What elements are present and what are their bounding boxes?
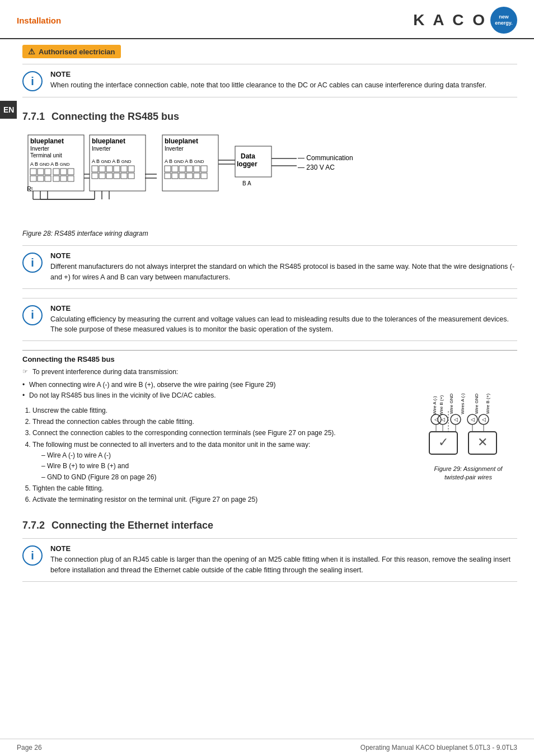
main-content: ⚠ Authorised electrician i NOTE When rou… bbox=[0, 39, 534, 596]
svg-text:logger: logger bbox=[237, 160, 257, 168]
arrow-item: To prevent interference during data tran… bbox=[22, 367, 408, 377]
svg-text:Wire B (+): Wire B (+) bbox=[485, 394, 490, 414]
note-content-3: NOTE Calculating efficiency by measuring… bbox=[50, 304, 517, 335]
note-title-4: NOTE bbox=[50, 544, 517, 553]
svg-rect-27 bbox=[128, 166, 134, 172]
svg-text:Inverter: Inverter bbox=[92, 146, 111, 152]
section-771-number: 7.7.1 bbox=[22, 111, 45, 123]
svg-rect-6 bbox=[38, 169, 44, 175]
figure-28-caption: Figure 28: RS485 interface wiring diagra… bbox=[22, 230, 517, 237]
svg-rect-10 bbox=[68, 169, 74, 175]
svg-text:A B GND A B GND: A B GND A B GND bbox=[30, 161, 70, 167]
numbered-steps: Unscrew the cable fitting. Thread the co… bbox=[22, 405, 408, 506]
note-title-2: NOTE bbox=[50, 251, 517, 260]
note-box-3: i NOTE Calculating efficiency by measuri… bbox=[22, 298, 517, 342]
svg-rect-57 bbox=[172, 173, 178, 179]
note-text-4: The connection plug of an RJ45 cable is … bbox=[50, 554, 517, 576]
sub-item-1: Wire A (-) to wire A (-) bbox=[41, 450, 408, 461]
page-header: Installation K A C O new energy. bbox=[0, 0, 534, 39]
svg-rect-5 bbox=[30, 169, 36, 175]
svg-rect-59 bbox=[186, 173, 193, 179]
svg-text:Wire GND: Wire GND bbox=[449, 394, 454, 414]
connecting-left: To prevent interference during data tran… bbox=[22, 367, 408, 507]
svg-rect-51 bbox=[172, 166, 178, 172]
warning-icon: ⚠ bbox=[28, 47, 35, 56]
svg-text:◁: ◁ bbox=[434, 417, 438, 422]
svg-rect-22 bbox=[92, 166, 98, 172]
kaco-logo: K A C O new energy. bbox=[413, 7, 517, 34]
svg-rect-52 bbox=[179, 166, 185, 172]
kaco-logo-circle: new energy. bbox=[490, 7, 517, 34]
step-2: Thread the connection cables through the… bbox=[32, 416, 408, 427]
kaco-text: K A C O bbox=[413, 11, 487, 29]
step-5: Tighten the cable fitting. bbox=[32, 483, 408, 494]
svg-rect-58 bbox=[179, 173, 185, 179]
footer-left: Page 26 bbox=[17, 744, 42, 752]
note-title-1: NOTE bbox=[50, 70, 486, 78]
svg-text:✕: ✕ bbox=[477, 435, 488, 449]
bullet-item-2: Do not lay RS485 bus lines in the vicini… bbox=[22, 390, 408, 401]
auth-electrician-badge: ⚠ Authorised electrician bbox=[22, 45, 121, 58]
svg-rect-61 bbox=[201, 173, 207, 179]
svg-rect-13 bbox=[45, 176, 51, 181]
svg-text:Wire B (+): Wire B (+) bbox=[439, 395, 444, 416]
svg-rect-12 bbox=[38, 176, 44, 181]
svg-rect-60 bbox=[194, 173, 200, 179]
svg-rect-9 bbox=[60, 169, 67, 175]
svg-rect-32 bbox=[121, 173, 127, 179]
svg-rect-54 bbox=[194, 166, 200, 172]
svg-text:Wire GND: Wire GND bbox=[474, 394, 479, 414]
svg-rect-24 bbox=[106, 166, 113, 172]
svg-text:blueplanet: blueplanet bbox=[30, 137, 64, 145]
svg-text:blueplanet: blueplanet bbox=[92, 137, 125, 145]
connecting-rs485-title: Connecting the RS485 bus bbox=[22, 355, 517, 363]
step-3: Connect the connection cables to the cor… bbox=[32, 427, 408, 438]
note-text-1: When routing the interface connection ca… bbox=[50, 80, 486, 91]
svg-text:Data: Data bbox=[241, 152, 255, 160]
svg-rect-25 bbox=[114, 166, 120, 172]
svg-text:— 230 V AC: — 230 V AC bbox=[298, 164, 335, 171]
svg-text:◁: ◁ bbox=[471, 417, 475, 422]
note-text-3: Calculating efficiency by measuring the … bbox=[50, 314, 517, 335]
svg-text:Inverter: Inverter bbox=[165, 146, 184, 152]
svg-rect-31 bbox=[114, 173, 120, 179]
svg-rect-16 bbox=[68, 176, 74, 181]
svg-rect-15 bbox=[60, 176, 67, 181]
wiring-diagram-svg: Wire A (-) Wire B (+) Wire GND Wires A (… bbox=[419, 369, 517, 459]
step-6: Activate the terminating resistor on the… bbox=[32, 494, 408, 505]
svg-text:A B GND A B GND: A B GND A B GND bbox=[92, 158, 132, 164]
section-771-title: Connecting the RS485 bus bbox=[51, 111, 179, 123]
section-772-number: 7.7.2 bbox=[22, 520, 45, 531]
connecting-layout: To prevent interference during data tran… bbox=[22, 367, 517, 507]
bullet-list: When connecting wire A (-) and wire B (+… bbox=[22, 380, 408, 401]
sub-list: Wire A (-) to wire A (-) Wire B (+) to w… bbox=[32, 450, 408, 483]
svg-rect-11 bbox=[30, 176, 36, 181]
logo-sub-text: new energy. bbox=[490, 14, 517, 26]
figure-29-caption: Figure 29: Assignment of twisted-pair wi… bbox=[434, 465, 503, 482]
svg-text:Wire A (-): Wire A (-) bbox=[432, 396, 437, 415]
svg-rect-55 bbox=[201, 166, 207, 172]
note-box-1: i NOTE When routing the interface connec… bbox=[22, 64, 517, 97]
connecting-rs485-section: Connecting the RS485 bus To prevent inte… bbox=[22, 350, 517, 507]
note-title-3: NOTE bbox=[50, 304, 517, 312]
section-772-title: Connecting the Ethernet interface bbox=[51, 520, 213, 531]
sub-item-2: Wire B (+) to wire B (+) and bbox=[41, 461, 408, 472]
svg-text:✓: ✓ bbox=[438, 435, 448, 449]
svg-rect-29 bbox=[99, 173, 105, 179]
info-icon-3: i bbox=[22, 305, 43, 325]
svg-text:Terminal unit: Terminal unit bbox=[30, 152, 62, 158]
svg-rect-23 bbox=[99, 166, 105, 172]
info-icon-1: i bbox=[22, 71, 43, 91]
note-content-1: NOTE When routing the interface connecti… bbox=[50, 70, 486, 91]
language-tab: EN bbox=[0, 101, 17, 119]
svg-rect-53 bbox=[186, 166, 193, 172]
auth-badge-label: Authorised electrician bbox=[39, 48, 115, 56]
sub-item-3: GND to GND (Figure 28 on page 26) bbox=[41, 472, 408, 483]
svg-text:◁: ◁ bbox=[454, 417, 458, 422]
info-icon-2: i bbox=[22, 253, 43, 273]
svg-rect-33 bbox=[128, 173, 134, 179]
figure-29: Wire A (-) Wire B (+) Wire GND Wires A (… bbox=[419, 367, 517, 482]
section-771-heading: 7.7.1 Connecting the RS485 bus bbox=[22, 106, 517, 123]
svg-text:◁: ◁ bbox=[441, 417, 445, 422]
page-footer: Page 26 Operating Manual KACO blueplanet… bbox=[0, 739, 534, 756]
